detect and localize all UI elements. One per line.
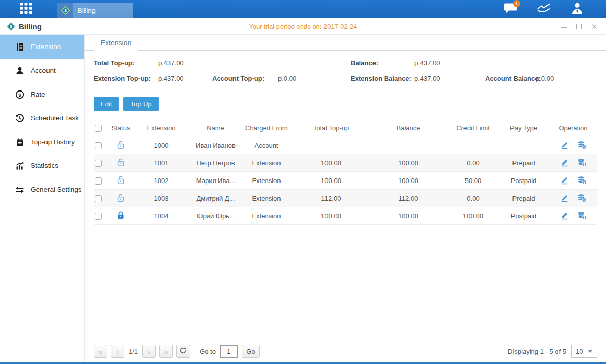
row-checkbox[interactable] [95, 160, 102, 167]
column-header-pay-type: Pay Type [498, 124, 549, 132]
total-topup-cell: 100.00 [293, 159, 369, 167]
resource-monitor-button[interactable] [536, 3, 551, 16]
maximize-button[interactable] [576, 24, 582, 29]
sidebar-nav: ExtensionAccount$RateScheduled TaskTop-u… [0, 35, 85, 362]
account-balance-label: Account Balance: [485, 75, 541, 82]
sidebar-item-scheduled-task[interactable]: Scheduled Task [0, 106, 84, 130]
tab-extension[interactable]: Extension [94, 35, 138, 51]
billing-diamond-icon: $ [57, 3, 73, 18]
prev-page-button[interactable]: ‹ [111, 345, 124, 358]
table-row-extension-1001: 1001Петр ПетровExtension100.00100.000.00… [94, 154, 597, 172]
close-button[interactable]: ✕ [591, 23, 598, 30]
last-page-button[interactable]: » [159, 345, 173, 358]
topup-coins-icon[interactable]: $ [577, 158, 587, 167]
column-header-name: Name [192, 124, 240, 132]
edit-pencil-icon[interactable] [560, 194, 570, 203]
main-content: Extension Total Top-up: p.437.00 Balance… [85, 35, 606, 362]
minimize-button[interactable] [561, 25, 567, 28]
select-all-checkbox[interactable] [95, 125, 102, 132]
sidebar-item-general-settings[interactable]: General Settings [0, 177, 84, 201]
operation-cell: $ [549, 158, 597, 167]
pagination-bar: « ‹ 1/1 › » Go to Go Display [94, 345, 597, 358]
credit-limit-cell: 0.00 [448, 159, 498, 167]
table-row-extension-1000: 1000Иван ИвановAccount----$ [94, 136, 597, 154]
chevron-down-icon [588, 350, 593, 353]
lock-open-icon [116, 140, 125, 149]
svg-text:$: $ [583, 180, 585, 185]
scheduled-task-clock-icon [15, 113, 24, 123]
refresh-button[interactable] [176, 345, 190, 358]
account-person-icon [15, 66, 24, 75]
edit-pencil-icon[interactable] [560, 158, 570, 167]
svg-text:$: $ [18, 92, 21, 97]
balance-cell: 112.00 [369, 195, 448, 202]
sidebar-item-label: Scheduled Task [31, 114, 79, 122]
edit-pencil-icon[interactable] [560, 176, 570, 185]
sidebar-item-label: Top-up History [31, 138, 75, 146]
sidebar-item-top-up-history[interactable]: Top-up History [0, 130, 84, 154]
pay-type-cell: - [498, 142, 549, 149]
topup-coins-icon[interactable]: $ [577, 194, 587, 203]
total-topup-cell: 100.00 [293, 212, 369, 220]
account-topup-value: p.0.00 [278, 75, 296, 82]
row-checkbox[interactable] [95, 195, 102, 202]
pay-type-cell: Prepaid [498, 159, 549, 167]
account-balance-value: p.0.00 [536, 75, 554, 82]
total-topup-cell: 112.00 [293, 195, 369, 202]
sidebar-item-statistics[interactable]: Statistics [0, 154, 84, 177]
table-header-row: StatusExtensionNameCharged FromTotal Top… [94, 120, 597, 136]
top-up-button[interactable]: Top Up [123, 97, 158, 111]
notifications-button[interactable]: ! [503, 3, 518, 16]
edit-pencil-icon[interactable] [560, 141, 570, 150]
sidebar-item-account[interactable]: Account [0, 59, 84, 82]
topup-coins-icon[interactable]: $ [577, 211, 587, 220]
operation-cell: $ [549, 211, 597, 220]
go-button[interactable]: Go [242, 345, 260, 358]
topup-coins-icon[interactable]: $ [577, 141, 587, 150]
charged-from-cell: Extension [240, 212, 293, 220]
page-size-select[interactable]: 10 [571, 345, 597, 358]
notification-badge: ! [513, 0, 520, 7]
balance-value: p.437.00 [414, 59, 440, 67]
topbar-actions: ! [503, 3, 585, 16]
credit-limit-cell: 50.00 [448, 177, 498, 185]
lock-open-icon [116, 158, 125, 167]
goto-page-input[interactable] [220, 345, 238, 358]
table-row-extension-1002: 1002Мария Ива...Extension100.00100.0050.… [94, 172, 597, 190]
user-person-icon [571, 2, 584, 17]
row-checkbox[interactable] [95, 177, 102, 185]
row-checkbox[interactable] [95, 213, 102, 220]
sidebar-item-rate[interactable]: $Rate [0, 82, 84, 106]
column-header-balance: Balance [369, 124, 448, 132]
displaying-range: Displaying 1 - 5 of 5 [508, 348, 566, 355]
edit-pencil-icon[interactable] [560, 211, 570, 220]
app-tab-billing[interactable]: $ Billing [57, 3, 133, 18]
sidebar-item-label: Extension [31, 43, 61, 51]
app-launcher-button[interactable] [17, 2, 34, 17]
svg-text:$: $ [583, 163, 585, 167]
operation-cell: $ [549, 194, 597, 203]
general-settings-sliders-icon [15, 185, 24, 194]
user-menu-button[interactable] [570, 3, 585, 16]
sidebar-item-extension[interactable]: Extension [0, 35, 84, 59]
topup-coins-icon[interactable]: $ [577, 176, 587, 185]
top-app-bar: $ Billing ! [0, 0, 606, 18]
total-topup-cell: - [293, 142, 369, 149]
grid-icon [19, 2, 33, 16]
topup-history-notebook-icon [15, 137, 24, 147]
edit-button[interactable]: Edit [94, 97, 119, 111]
row-checkbox[interactable] [95, 142, 102, 149]
operation-cell: $ [549, 141, 597, 150]
column-header-credit-limit: Credit Limit [448, 124, 498, 132]
content-tabbar: Extension [85, 35, 606, 51]
next-page-button[interactable]: › [142, 345, 156, 358]
first-page-button[interactable]: « [94, 345, 107, 358]
column-header-total-top-up: Total Top-up [293, 124, 369, 132]
credit-limit-cell: - [448, 142, 498, 149]
lock-open-icon [116, 193, 125, 202]
window-body: ExtensionAccount$RateScheduled TaskTop-u… [0, 35, 606, 362]
charged-from-cell: Extension [240, 177, 293, 185]
page-indicator: 1/1 [129, 348, 138, 355]
svg-text:$: $ [64, 8, 67, 13]
charged-from-cell: Extension [240, 195, 293, 202]
